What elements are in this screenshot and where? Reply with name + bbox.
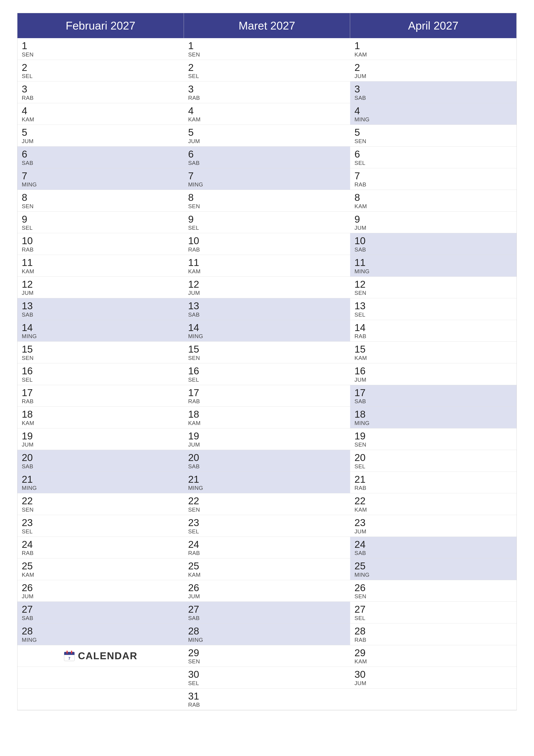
day-cell-m1-r30: 31RAB [184,688,350,710]
day-num-m2-r16: 17 [354,387,512,398]
day-num-m0-r1: 2 [22,62,180,73]
day-name-m0-r4: JUM [22,138,180,145]
day-num-m1-r5: 6 [188,149,346,160]
day-cell-m0-r1: 2SEL [17,60,184,82]
day-num-m0-r27: 28 [22,626,180,636]
day-name-m0-r25: JUM [22,593,180,600]
day-name-m2-r25: SEN [354,593,512,600]
day-num-m0-r24: 25 [22,560,180,572]
day-name-m2-r14: KAM [354,355,512,362]
day-name-m0-r2: RAB [22,94,180,101]
day-num-m1-r6: 7 [188,171,346,181]
day-num-m2-r5: 6 [354,149,512,160]
day-name-m1-r3: KAM [188,116,346,123]
day-name-m1-r21: SEN [188,506,346,513]
day-num-m1-r27: 28 [188,626,346,636]
day-num-m1-r30: 31 [188,691,346,702]
day-cell-m1-r27: 28MING [184,623,350,645]
day-num-m2-r3: 4 [354,105,512,116]
day-name-m0-r21: SEN [22,506,180,513]
day-num-m2-r7: 8 [354,192,512,203]
day-name-m2-r27: RAB [354,636,512,643]
day-num-m1-r7: 8 [188,192,346,203]
day-cell-m2-r24: 25MING [350,558,517,580]
day-cell-m2-r6: 7RAB [350,168,517,190]
day-cell-m1-r9: 10RAB [184,233,350,255]
day-num-m2-r20: 21 [354,474,512,485]
day-num-m2-r12: 13 [354,300,512,311]
day-num-m1-r24: 25 [188,560,346,572]
day-cell-m2-r19: 20SEL [350,450,517,472]
day-num-m0-r0: 1 [22,40,180,51]
day-num-m2-r23: 24 [354,539,512,550]
day-num-m2-r27: 28 [354,626,512,636]
day-cell-m2-r13: 14RAB [350,320,517,342]
day-cell-m2-r26: 27SEL [350,602,517,623]
day-cell-m0-r8: 9SEL [17,212,184,233]
day-num-m1-r13: 14 [188,322,346,333]
day-cell-m1-r7: 8SEN [184,190,350,212]
day-num-m2-r19: 20 [354,452,512,463]
day-num-m1-r18: 19 [188,431,346,442]
day-cell-m2-r8: 9JUM [350,212,517,233]
day-cell-m1-r15: 16SEL [184,363,350,385]
day-cell-m1-r6: 7MING [184,168,350,190]
day-name-m2-r7: KAM [354,203,512,210]
day-num-m1-r17: 18 [188,409,346,420]
day-name-m0-r26: SAB [22,615,180,622]
day-cell-m2-r21: 22KAM [350,493,517,515]
day-num-m0-r21: 22 [22,496,180,506]
day-num-m1-r9: 10 [188,235,346,246]
day-name-m2-r20: RAB [354,485,512,491]
day-cell-m0-r17: 18KAM [17,407,184,428]
day-name-m1-r5: SAB [188,160,346,166]
day-name-m1-r1: SEL [188,73,346,80]
calendar-logo-text: CALENDAR [78,650,138,662]
day-cell-m1-r10: 11KAM [184,255,350,277]
day-num-m2-r8: 9 [354,214,512,225]
day-num-m0-r3: 4 [22,105,180,116]
day-num-m0-r10: 11 [22,257,180,268]
day-cell-m0-r28: 7 CALENDAR [17,645,184,667]
day-name-m0-r17: KAM [22,420,180,426]
day-num-m0-r18: 19 [22,431,180,442]
day-name-m1-r7: SEN [188,203,346,210]
day-name-m0-r14: SEN [22,355,180,362]
day-name-m2-r9: SAB [354,246,512,253]
day-name-m1-r29: SEL [188,680,346,687]
day-num-m0-r17: 18 [22,409,180,420]
day-cell-m2-r12: 13SEL [350,298,517,320]
day-cell-m1-r26: 27SAB [184,602,350,623]
month-header-2: April 2027 [350,13,517,38]
day-num-m1-r0: 1 [188,40,346,51]
day-num-m1-r28: 29 [188,647,346,659]
day-cell-m2-r20: 21RAB [350,472,517,494]
day-cell-m0-r4: 5JUM [17,125,184,147]
day-cell-m1-r14: 15SEN [184,341,350,363]
day-num-m2-r0: 1 [354,40,512,51]
day-cell-m0-r18: 19JUM [17,428,184,450]
day-cell-m0-r13: 14MING [17,320,184,342]
day-cell-m2-r7: 8KAM [350,190,517,212]
day-cell-m1-r0: 1SEN [184,38,350,60]
day-cell-m0-r19: 20SAB [17,450,184,472]
day-cell-m2-r5: 6SEL [350,147,517,168]
day-num-m1-r14: 15 [188,344,346,355]
day-cell-m0-r3: 4KAM [17,103,184,125]
day-name-m1-r14: SEN [188,355,346,362]
day-cell-m1-r4: 5JUM [184,125,350,147]
day-cell-m1-r8: 9SEL [184,212,350,233]
day-num-m2-r15: 16 [354,365,512,376]
day-cell-m0-r25: 26JUM [17,580,184,602]
day-num-m1-r15: 16 [188,365,346,376]
day-cell-m1-r17: 18KAM [184,407,350,428]
calendar-grid: Februari 2027Maret 2027April 20271SEN1SE… [17,13,517,710]
day-name-m2-r13: RAB [354,333,512,339]
day-name-m2-r28: KAM [354,658,512,665]
day-name-m2-r26: SEL [354,615,512,622]
day-num-m2-r10: 11 [354,257,512,268]
day-num-m1-r8: 9 [188,214,346,225]
day-cell-m0-r26: 27SAB [17,602,184,623]
day-num-m2-r28: 29 [354,647,512,659]
day-num-m0-r25: 26 [22,582,180,593]
